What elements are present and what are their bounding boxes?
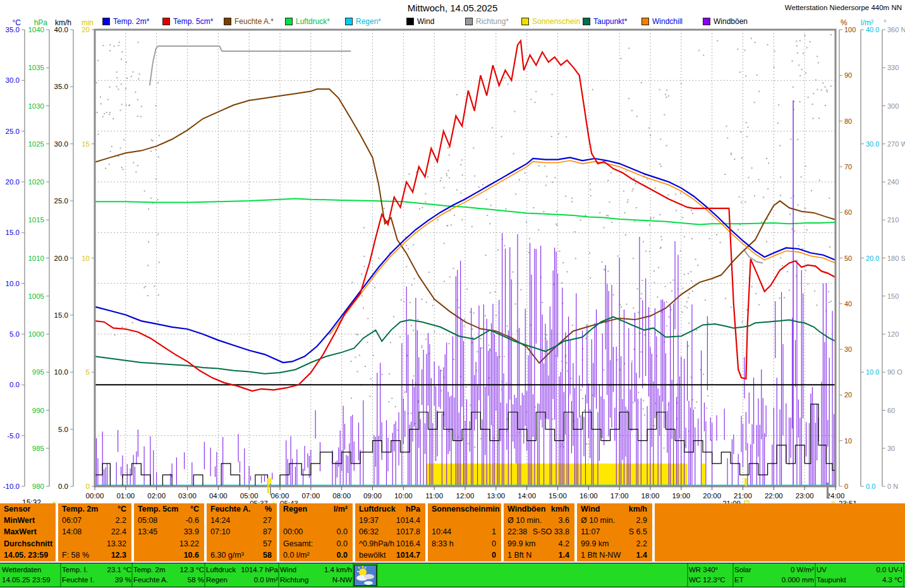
axis-tick-label: 30 (887, 445, 895, 452)
stats-row-label: MaxWert (0, 526, 56, 537)
axis-tick-label: 1010 (28, 255, 44, 262)
status-divider (732, 563, 734, 587)
x-tick-label: 02:00 (147, 492, 166, 500)
axis-km/h (70, 30, 73, 486)
stats-col-filler (655, 503, 905, 561)
axis-tick-label: 1025 (28, 140, 44, 148)
axis-l/m² (861, 30, 864, 486)
stats-col-luftdruck: LuftdruckhPa19:371014.406:321017.8^0.9hP… (355, 503, 425, 561)
unit-label-deg: ° (884, 18, 887, 27)
stats-col-regen: Regenl/m²00:000.0Gesamt:0.00.0 l/m²0.0 (279, 503, 353, 561)
sunset-tick (745, 478, 747, 486)
axis-tick-label: 90 (844, 71, 852, 79)
axis-tick-label: 985 (32, 445, 44, 452)
axis-tick-label: 5.0 (58, 426, 68, 433)
x-tick-label: 12:00 (456, 492, 475, 500)
status-divider (687, 563, 688, 587)
axis-tick-label: 60 (887, 407, 895, 414)
status-line: WC 12.3°C (689, 575, 733, 585)
x-tick-label: 00:00 (86, 492, 104, 500)
stats-row-label: Durchschnitt (0, 538, 56, 549)
status-line: RichtungN-NW (280, 575, 352, 585)
x-tick-label: 21:00 (734, 492, 752, 500)
status-line: Temp. 2m12.3 °C (133, 565, 204, 575)
status-line: Wind1.4 km/h (280, 565, 352, 575)
axis-tick-label: 1015 (28, 216, 44, 224)
stats-cell: Ø 10 min.2.9 (577, 515, 652, 526)
axis-tick-label: 10 (844, 437, 852, 445)
x-tick-label: 14:00 (518, 492, 536, 500)
x-tick-label: 18:00 (641, 492, 660, 500)
stats-cell: 0 (428, 549, 501, 561)
status-line: Regen0.0 l/m² (206, 575, 278, 585)
axis-tick-label: 1030 (28, 102, 44, 110)
axis-tick-label: 270 W (887, 140, 905, 148)
stats-cell: 19:371014.4 (355, 515, 425, 526)
status-divider (131, 563, 133, 587)
unit-label-lm2: l/m² (861, 18, 873, 27)
axis-tick-label: 25.0 (54, 197, 68, 205)
axis-tick-label: 10.0 (866, 368, 879, 376)
stats-table: SensorMinWertMaxWertDurchschnitt14.05. 2… (0, 503, 905, 561)
status-line: 14.05.25 23:59 (2, 575, 60, 585)
x-tick-label: 07:00 (301, 492, 320, 500)
axis-tick-label: 5.0 (9, 330, 20, 338)
axis-tick-label: 10.0 (6, 280, 20, 287)
status-segment-aussen: Temp. 2m12.3 °CFeuchte A.58 % (133, 565, 204, 585)
status-line: Feuchte A.58 % (133, 575, 204, 585)
stats-cell: 57 (207, 538, 277, 549)
stats-cell: 06:321017.8 (355, 526, 425, 537)
stats-cell: F: 58 %12.3 (58, 549, 131, 561)
x-tick-label: 22:00 (765, 492, 783, 500)
status-line: Solar0 W/m² (734, 565, 814, 575)
stats-row-label: 14.05. 23:59 (0, 549, 56, 561)
sun-cloud-icon (354, 565, 377, 586)
axis-tick-label: 120 (887, 330, 899, 338)
status-divider (60, 563, 61, 587)
stats-row-label: MinWert (0, 515, 56, 526)
x-tick-label: 10:00 (394, 492, 413, 500)
axis-tick-label: 0 (844, 483, 848, 490)
stats-col-header: Regenl/m² (279, 503, 353, 515)
stats-cell: 99.9 km4.2 (504, 538, 574, 549)
stats-cell: 10.6 (134, 549, 204, 561)
axis-tick-label: 5 (86, 368, 90, 376)
stats-col-sensor: SensorMinWertMaxWertDurchschnitt14.05. 2… (0, 503, 56, 561)
status-line: Luftdruck1014.7 hPa (206, 565, 278, 575)
axis-tick-label: 30.0 (6, 76, 20, 84)
status-segment-wetterdaten: Wetterdaten14.05.25 23:59 (2, 565, 60, 585)
stats-cell: 8:33 h0 (428, 538, 501, 549)
status-divider (815, 563, 816, 587)
axis-°C (21, 30, 25, 486)
stats-cell (428, 515, 501, 526)
stats-col-temp-2m: Temp. 2m°C06:072.214:0822.413.32F: 58 %1… (58, 503, 131, 561)
stats-cell: 13:4533.9 (134, 526, 204, 537)
unit-label-hpa: hPa (34, 18, 48, 27)
status-divider (204, 563, 205, 587)
stats-col-temp-5cm: Temp. 5cm°C05:08-0.613:4533.913.2210.6 (134, 503, 204, 561)
status-line: Taupunkt4.3 °C (817, 575, 902, 585)
stats-cell: 6.30 g/m³58 (207, 549, 277, 561)
stats-col-sonnenschein: Sonnenscheinmin10:4418:33 h00 (428, 503, 501, 561)
axis-tick-label: 20 (844, 391, 852, 399)
x-tick-label: 06:00 (271, 492, 289, 500)
axis-tick-label: 15 (82, 140, 90, 148)
status-line: UV0.0 UV-I (817, 565, 902, 575)
axis-tick-label: 1020 (28, 178, 44, 186)
series-windboeen (96, 100, 834, 486)
weather-station-app: Mittwoch, 14.05.2025 Wetterstation Niede… (0, 0, 905, 588)
status-line: WR 340° (689, 565, 733, 575)
status-segment-innen: Temp. I.23.1 °CFeuchte I.39 % (62, 565, 131, 585)
status-segment-wind: Wind1.4 km/hRichtungN-NW (280, 565, 352, 585)
axis-tick-label: 50 (844, 255, 852, 262)
status-bar: Wetterdaten14.05.25 23:59Temp. I.23.1 °C… (0, 563, 905, 587)
status-divider (377, 563, 378, 587)
stats-cell: 13.22 (134, 538, 204, 549)
unit-label-pct: % (841, 18, 847, 27)
status-segment-solar-et: Solar0 W/m²ET0.000 mm (734, 565, 814, 585)
stats-col-windboeen: Windböenkm/hØ 10 min.3.622:38S-SO 33.899… (504, 503, 574, 561)
axis-tick-label: 330 (887, 64, 899, 71)
axis-tick-label: 995 (32, 368, 44, 376)
x-tick-label: 01:00 (116, 492, 135, 500)
axis-tick-label: 30 (844, 345, 852, 353)
